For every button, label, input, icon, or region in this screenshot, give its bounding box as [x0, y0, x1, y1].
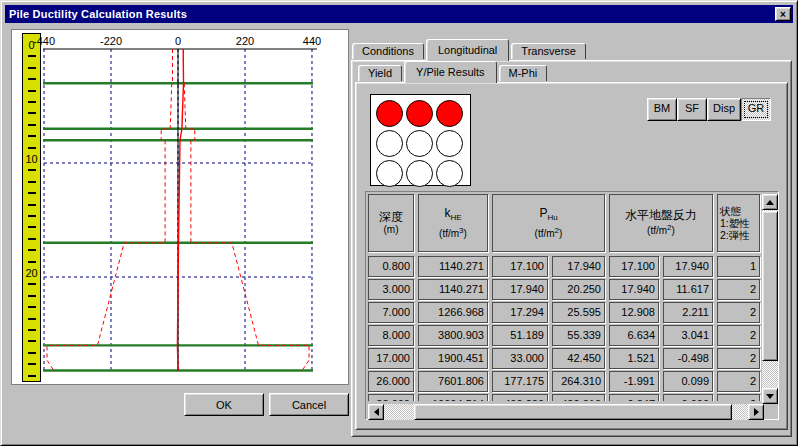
table-cell: 12.908	[609, 302, 659, 323]
x-axis-tick-label: -440	[33, 35, 55, 47]
table-cell: 17.100	[609, 256, 659, 277]
table-cell: 7601.806	[418, 371, 488, 392]
table-cell: 1140.271	[418, 279, 488, 300]
table-cell: 2	[717, 279, 760, 300]
table-cell: 3.000	[368, 279, 414, 300]
pile-ductility-dialog: Pile Ductility Calculation Results × 010…	[0, 0, 798, 446]
table-cell: 17.940	[609, 279, 659, 300]
table-cell: 25.595	[552, 302, 605, 323]
ground-reaction-plot: -440-2200220440	[12, 30, 350, 384]
pile-circle-selected	[376, 100, 403, 127]
table-cell: 17.940	[663, 256, 713, 277]
scroll-down-button[interactable]	[762, 388, 778, 404]
close-icon: ×	[780, 9, 786, 20]
view-button-sf[interactable]: SF	[677, 98, 707, 121]
view-button-group: BMSFDispGR	[647, 98, 771, 121]
column-header-phu: PHu(tf/m2)	[492, 194, 605, 252]
vertical-scroll-thumb[interactable]	[762, 211, 778, 361]
pile-circle	[436, 160, 463, 187]
table-cell: 3.041	[663, 325, 713, 346]
phu-envelope-curve	[184, 49, 310, 371]
table-cell: 11.617	[663, 279, 713, 300]
x-axis-tick-label: 440	[303, 35, 321, 47]
view-button-bm[interactable]: BM	[647, 98, 677, 121]
tab-conditions[interactable]: Conditions	[352, 43, 424, 59]
table-cell: 2	[717, 325, 760, 346]
table-cell: 8.000	[368, 325, 414, 346]
column-header-state: 状態1:塑性2:弾性	[717, 194, 760, 252]
table-cell: 3800.903	[418, 325, 488, 346]
arrow-left-icon	[374, 408, 379, 416]
table-cell: 6.634	[609, 325, 659, 346]
subtab-yield[interactable]: Yield	[358, 65, 402, 81]
table-cell: 400.230	[492, 394, 548, 401]
table-cell: 0.000	[663, 394, 713, 401]
ok-button[interactable]: OK	[184, 393, 264, 416]
pile-circle	[376, 160, 403, 187]
table-cell: 1140.271	[418, 256, 488, 277]
table-cell: 20.250	[552, 279, 605, 300]
x-axis-tick-label: -220	[100, 35, 122, 47]
scroll-right-button[interactable]	[748, 404, 764, 420]
table-cell: 0.347	[609, 394, 659, 401]
pile-group-icon	[370, 94, 471, 186]
pile-circle-selected	[436, 100, 463, 127]
pile-circle-selected	[406, 100, 433, 127]
arrow-right-icon	[754, 408, 759, 416]
table-cell: 430.310	[552, 394, 605, 401]
subtab-y-pile-results[interactable]: Y/Pile Results	[404, 61, 496, 83]
table-cell: 2	[717, 348, 760, 369]
horizontal-scrollbar[interactable]	[368, 404, 764, 420]
table-cell: 0.099	[663, 371, 713, 392]
table-cell: 28.000	[368, 394, 414, 401]
table-cell: 7.000	[368, 302, 414, 323]
table-cell: 17.100	[492, 256, 548, 277]
table-cell: -1.991	[609, 371, 659, 392]
arrow-up-icon	[766, 200, 774, 205]
table-cell: 0.800	[368, 256, 414, 277]
x-axis-tick-label: 220	[236, 35, 254, 47]
table-grid: 深度(m)kHE(tf/m3)PHu(tf/m2)水平地盤反力(tf/m2)状態…	[368, 194, 762, 401]
close-button[interactable]: ×	[775, 7, 791, 21]
subtab-m-phi[interactable]: M-Phi	[499, 65, 548, 81]
x-axis-tick-label: 0	[175, 35, 181, 47]
chart-panel: 01020 -440-2200220440	[11, 29, 349, 385]
table-cell: 2	[717, 302, 760, 323]
column-header-depth: 深度(m)	[368, 194, 414, 252]
table-cell: 51.189	[492, 325, 548, 346]
window-title: Pile Ductility Calculation Results	[9, 8, 187, 20]
vertical-scrollbar[interactable]	[762, 194, 778, 404]
table-cell: 1266.968	[418, 302, 488, 323]
table-cell: 17.940	[492, 279, 548, 300]
pile-circle	[436, 130, 463, 157]
table-cell: 1.521	[609, 348, 659, 369]
pile-circle	[406, 160, 433, 187]
table-cell: 1900.451	[418, 348, 488, 369]
pile-circle	[376, 130, 403, 157]
horizontal-scroll-thumb[interactable]	[414, 404, 732, 420]
tab-transverse[interactable]: Transverse	[511, 43, 586, 59]
table-cell: 17.294	[492, 302, 548, 323]
table-cell: 33.000	[492, 348, 548, 369]
scroll-up-button[interactable]	[762, 194, 778, 210]
arrow-down-icon	[766, 394, 774, 399]
table-cell: 26.000	[368, 371, 414, 392]
table-cell: 17.000	[368, 348, 414, 369]
table-cell: 264.310	[552, 371, 605, 392]
cancel-button[interactable]: Cancel	[269, 393, 349, 416]
scroll-left-button[interactable]	[368, 404, 384, 420]
column-header-khe: kHE(tf/m3)	[418, 194, 488, 252]
view-button-gr[interactable]: GR	[741, 98, 771, 121]
table-cell: 42.450	[552, 348, 605, 369]
column-header-ground-reaction: 水平地盤反力(tf/m2)	[609, 194, 713, 252]
main-tab-strip: ConditionsLongitudinalTransverse	[352, 39, 588, 61]
table-cell: 177.175	[492, 371, 548, 392]
view-button-disp[interactable]: Disp	[707, 98, 741, 121]
phu-envelope-curve	[47, 49, 173, 371]
titlebar[interactable]: Pile Ductility Calculation Results ×	[5, 5, 793, 23]
tab-longitudinal[interactable]: Longitudinal	[426, 39, 509, 61]
pile-circle	[406, 130, 433, 157]
table-cell: 17.940	[552, 256, 605, 277]
results-table: 深度(m)kHE(tf/m3)PHu(tf/m2)水平地盤反力(tf/m2)状態…	[365, 191, 779, 420]
table-cell: 1	[717, 256, 760, 277]
